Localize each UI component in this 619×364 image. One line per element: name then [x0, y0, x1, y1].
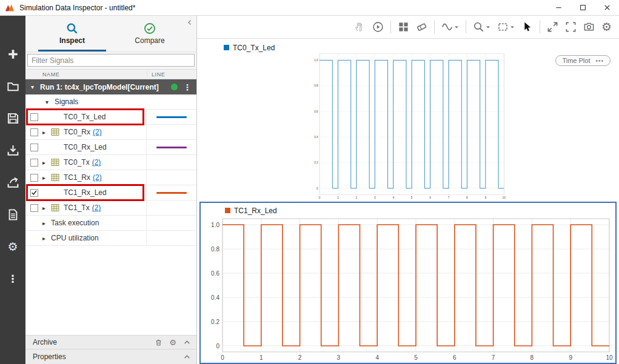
signal-label: TC1_Rx [64, 173, 90, 182]
legend-label: TC0_Tx_Led [233, 44, 275, 52]
time-plot-tc0-tx-led[interactable]: TC0_Tx_Led01234567891000.20.40.60.81.0Ti… [199, 40, 617, 200]
svg-text:0.8: 0.8 [211, 246, 219, 253]
properties-bar[interactable]: Properties [25, 349, 196, 364]
expand-arrow-icon[interactable]: ▸ [41, 205, 51, 211]
left-toolbar: ⚙⋮ [0, 16, 25, 364]
maximize-plot-button[interactable] [547, 21, 558, 33]
signal-count-link[interactable]: (2) [93, 128, 102, 136]
legend-swatch [224, 45, 229, 50]
archive-collapse-chevron-icon[interactable] [183, 339, 191, 346]
expand-arrow-icon[interactable]: ▸ [41, 220, 51, 227]
window-title: Simulation Data Inspector - untitled* [19, 4, 135, 12]
svg-text:9: 9 [485, 196, 487, 199]
legend-label: TC1_Rx_Led [234, 207, 277, 215]
sidebar: Inspect Compare NAME LINE [25, 16, 197, 364]
svg-text:4: 4 [375, 354, 379, 361]
svg-text:2: 2 [356, 196, 358, 199]
signal-row-task-execution[interactable]: ▸Task execution [25, 216, 196, 231]
signal-row-tc1-tx[interactable]: ▸TC1_Tx(2) [25, 200, 196, 216]
signal-count-link[interactable]: (2) [92, 204, 101, 212]
signal-checkbox[interactable] [30, 159, 38, 167]
replay-button[interactable] [372, 21, 384, 33]
filter-area [25, 52, 196, 69]
camera-icon [583, 21, 595, 33]
open-button[interactable] [4, 77, 22, 95]
snapshot-button[interactable] [583, 21, 595, 33]
properties-label: Properties [31, 352, 66, 361]
collapse-signals-icon[interactable]: ▾ [45, 99, 55, 105]
time-plot-type-button[interactable]: Time Plot••• [555, 55, 611, 66]
create-report-button[interactable] [4, 205, 22, 223]
expand-arrow-icon[interactable]: ▸ [41, 174, 51, 181]
svg-text:0.2: 0.2 [211, 319, 219, 325]
signal-row-cpu-utilization[interactable]: ▸CPU utilization [25, 231, 196, 246]
pan-button[interactable] [354, 21, 366, 33]
signal-row-tc1-rx-led[interactable]: TC1_Rx_Led [25, 185, 196, 200]
signal-styles-button[interactable] [441, 21, 459, 33]
close-button[interactable] [595, 0, 619, 15]
fit-to-view-button[interactable] [497, 21, 515, 33]
archive-settings-gear-icon[interactable]: ⚙ [169, 339, 176, 346]
add-button[interactable] [4, 45, 22, 63]
properties-collapse-chevron-icon[interactable] [183, 353, 191, 361]
toolbar-separator [540, 21, 540, 33]
subplot-layout-button[interactable] [398, 21, 409, 33]
archive-bar[interactable]: Archive ⚙ [25, 335, 196, 349]
full-screen-button[interactable] [565, 21, 577, 33]
plot-canvas[interactable]: 01234567891000.20.40.60.81.0 [199, 52, 617, 200]
export-button[interactable] [4, 173, 22, 191]
signal-row-tc0-rx[interactable]: ▸TC0_Rx(2) [25, 125, 196, 140]
visualization-settings-button[interactable]: ⚙ [601, 21, 612, 33]
signal-row-tc0-tx[interactable]: ▸TC0_Tx(2) [25, 155, 196, 170]
filter-signals-input[interactable] [27, 54, 195, 67]
expand-icon [547, 21, 558, 33]
signal-checkbox[interactable] [30, 113, 38, 121]
maximize-button[interactable] [570, 0, 595, 15]
signal-row-tc1-rx[interactable]: ▸TC1_Rx(2) [25, 170, 196, 185]
layout-icon [398, 21, 409, 33]
save-button[interactable] [4, 109, 22, 127]
time-plot-tc1-rx-led[interactable]: TC1_Rx_Led01234567891000.20.40.60.81.0 [199, 202, 617, 364]
signals-group-label: Signals [55, 98, 78, 106]
gear-icon: ⚙ [601, 21, 612, 33]
signal-checkbox[interactable] [30, 189, 38, 197]
signal-checkbox[interactable] [30, 128, 38, 136]
expand-arrow-icon[interactable]: ▸ [41, 235, 51, 242]
run-menu-icon[interactable]: ⋮ [183, 83, 192, 91]
plus-icon [7, 48, 19, 61]
signal-label: Task execution [51, 219, 99, 227]
pointer-mode-button[interactable] [521, 21, 533, 33]
more-options-button[interactable]: ⋮ [4, 270, 22, 288]
expand-arrow-icon[interactable]: ▸ [41, 159, 51, 166]
tab-inspect[interactable]: Inspect [33, 16, 111, 51]
trash-icon[interactable] [155, 339, 162, 346]
expand-arrow-icon[interactable]: ▸ [41, 129, 51, 136]
signal-count-link[interactable]: (2) [92, 158, 101, 167]
collapse-sidebar-button[interactable] [186, 19, 193, 28]
zoom-menu-button[interactable] [473, 21, 490, 33]
signal-row-tc0-rx-led[interactable]: TC0_Rx_Led [25, 140, 196, 155]
signal-row-tc0-tx-led[interactable]: TC0_Tx_Led [25, 110, 196, 125]
column-name: NAME [25, 71, 147, 78]
plots-area: TC0_Tx_Led01234567891000.20.40.60.81.0Ti… [197, 39, 619, 364]
type-menu-dots-icon[interactable]: ••• [595, 58, 604, 64]
line-style-cell [146, 125, 196, 139]
plot-legend: TC0_Tx_Led [199, 40, 617, 52]
signal-checkbox[interactable] [30, 204, 38, 212]
import-button[interactable] [4, 141, 22, 159]
signal-count-link[interactable]: (2) [93, 173, 102, 182]
tab-compare[interactable]: Compare [111, 16, 189, 51]
minimize-button[interactable] [546, 0, 570, 15]
plot-canvas[interactable]: 01234567891000.20.40.60.81.0 [201, 215, 615, 363]
folder-icon [7, 80, 19, 93]
run-header-row[interactable]: ▾ Run 1: tc4x_IpcTopModel[Current] ⋮ [25, 79, 196, 94]
line-style-cell [146, 185, 196, 200]
collapse-run-icon[interactable]: ▾ [31, 84, 40, 90]
eraser-icon [416, 21, 427, 33]
signal-checkbox[interactable] [30, 174, 38, 182]
signal-checkbox[interactable] [30, 144, 38, 151]
preferences-button[interactable]: ⚙ [4, 237, 22, 256]
export-icon [7, 176, 19, 189]
clear-subplots-button[interactable] [416, 21, 427, 33]
signals-group-row[interactable]: ▾ Signals [25, 94, 196, 110]
